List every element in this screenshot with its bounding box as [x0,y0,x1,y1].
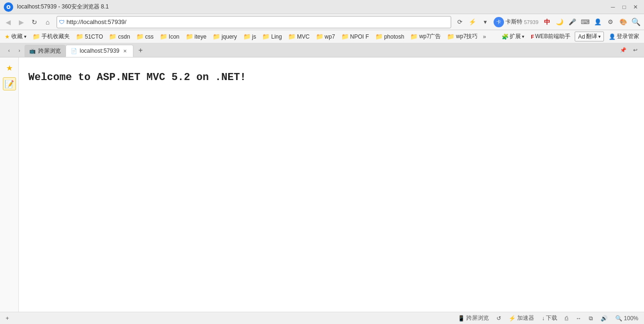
share-icon: ⎙ [565,315,568,322]
sidebar-note-button[interactable]: 📝 [3,77,16,90]
refresh-button[interactable]: ↻ [28,16,41,28]
mic-icon[interactable]: 🎤 [567,16,578,28]
status-left: + [4,315,11,322]
tab-localhost[interactable]: 📄 localhost:57939 ✕ [66,45,133,57]
paint-icon[interactable]: 🎨 [618,16,629,28]
bookmark-wp7[interactable]: 📁 wp7 [313,32,338,42]
folder-icon: 📁 [213,33,220,40]
user-avatar: 卡 [494,17,504,27]
sidebar-star-button[interactable]: ★ [3,61,16,74]
maximize-button[interactable]: □ [619,2,629,12]
tab-nav-next[interactable]: › [14,45,25,56]
folder-icon: 📁 [447,33,454,40]
person-icon[interactable]: 👤 [592,16,603,28]
favorites-label: 收藏 [11,32,23,40]
login-icon: 👤 [609,33,616,40]
keyboard-icon[interactable]: ⌨ [579,16,591,28]
split-icon: ⧉ [589,315,593,322]
bookmark-wp7tips[interactable]: 📁 wp7技巧 [444,32,480,42]
folder-icon: 📁 [316,33,323,40]
new-tab-button[interactable]: + [135,45,146,56]
bookmark-51cto[interactable]: 📁 51CTO [73,32,106,42]
download-icon: ↓ [542,315,545,322]
title-bar-left: localhost:57939 - 360安全浏览器 8.1 [4,2,109,12]
minimize-button[interactable]: ─ [608,2,618,12]
volume-icon: 🔊 [601,315,608,322]
navigation-bar: ◀ ▶ ↻ ⌂ 🛡 ⟳ ⚡ ▾ 卡 卡斯特 57939 中 🌙 🎤 ⌨ 👤 ⚙ … [0,14,644,30]
tab-nav-prev[interactable]: ‹ [4,45,14,56]
chinese-icon[interactable]: 中 [541,16,553,28]
gear-icon[interactable]: ⚙ [605,16,616,28]
web-helper-button[interactable]: F WEB前端助手 [528,32,573,41]
zoom-button[interactable]: 🔍 100% [613,315,640,322]
speed-label: 加速器 [517,314,534,322]
forward-button[interactable]: ▶ [15,16,27,28]
bookmark-label: csdn [118,33,130,40]
tab-close-button[interactable]: ✕ [122,48,128,54]
translate-button[interactable]: Ad 翻译 ▾ [575,32,604,41]
search-button[interactable]: 🔍 [630,16,642,28]
web-helper-icon: F [531,34,534,40]
bookmark-ling[interactable]: 📁 Ling [259,32,285,42]
bookmark-jquery[interactable]: 📁 jquery [210,32,240,42]
login-label: 登录管家 [617,32,639,40]
restore-button[interactable]: ↩ [630,45,640,56]
bookmark-npoi[interactable]: 📁 NPOI F [339,32,372,42]
login-button[interactable]: 👤 登录管家 [606,32,642,41]
back-button[interactable]: ◀ [2,16,14,28]
dropdown-arrow[interactable]: ▾ [479,16,491,28]
moon-icon[interactable]: 🌙 [554,16,565,28]
sidebar: ★ 📝 [0,57,19,312]
bookmark-label: 手机收藏夹 [41,32,70,40]
speed-button[interactable]: ⚡ 加速器 [507,314,536,322]
folder-icon: 📁 [33,33,40,40]
download-button[interactable]: ↓ 下载 [540,314,559,322]
bookmark-iteye[interactable]: 📁 iteye [183,32,209,42]
history-button[interactable]: ↔ [574,315,583,322]
title-bar: localhost:57939 - 360安全浏览器 8.1 ─ □ ✕ [0,0,644,14]
close-button[interactable]: ✕ [631,2,640,12]
extensions-icon: 🧩 [502,33,509,40]
bookmark-label: js [252,33,256,40]
extensions-button[interactable]: 🧩 扩展 ▾ [499,32,527,41]
bookmark-mvc[interactable]: 📁 MVC [285,32,313,42]
speed-icon: ⚡ [509,315,516,322]
bookmark-favorites[interactable]: ★ 收藏 ▾ [2,32,29,42]
bookmark-wp7ad[interactable]: 📁 wp7广告 [407,32,444,42]
folder-icon: 📁 [76,33,83,40]
tab-screen-view[interactable]: 📺 跨屏浏览 [25,45,66,57]
folder-icon: 📁 [375,33,383,40]
folder-icon: 📁 [288,33,296,40]
tab-bar: ‹ › 📺 跨屏浏览 📄 localhost:57939 ✕ + 📌 ↩ [0,43,644,57]
folder-icon: 📁 [160,33,167,40]
rotate-button[interactable]: ↺ [495,315,503,322]
tab-page-icon: 📄 [71,48,77,54]
username-suffix: 57939 [524,19,538,25]
toolbar-icons: 中 🌙 🎤 ⌨ 👤 ⚙ 🎨 [541,16,629,28]
share-button[interactable]: ⎙ [563,315,570,322]
refresh-icon-btn[interactable]: ⟳ [454,16,465,28]
status-add-button[interactable]: + [4,315,11,322]
bookmark-csdn[interactable]: 📁 csdn [106,32,132,42]
bookmark-icon[interactable]: 📁 Icon [157,32,182,42]
cross-screen-button[interactable]: 📱 跨屏浏览 [456,314,491,322]
bookmark-photosh[interactable]: 📁 photosh [372,32,407,42]
bookmark-css[interactable]: 📁 css [133,32,157,42]
pin-tab-button[interactable]: 📌 [618,45,628,56]
split-screen-button[interactable]: ⧉ [587,315,595,322]
volume-button[interactable]: 🔊 [599,315,610,322]
tab-label: localhost:57939 [80,48,119,54]
status-bar: + 📱 跨屏浏览 ↺ ⚡ 加速器 ↓ 下载 ⎙ ↔ ⧉ 🔊 [0,312,644,324]
home-button[interactable]: ⌂ [41,16,54,28]
bookmark-label: jquery [222,33,237,40]
address-bar-container: 🛡 [57,16,451,28]
translate-icon: Ad [578,33,585,40]
bookmark-js[interactable]: 📁 js [240,32,259,42]
bookmark-more-button[interactable]: » [481,32,488,41]
lightning-icon-btn[interactable]: ⚡ [467,16,478,28]
extensions-area: 🧩 扩展 ▾ F WEB前端助手 Ad 翻译 ▾ 👤 登录管家 [499,32,642,41]
zoom-label: 100% [624,315,638,322]
window-title: localhost:57939 - 360安全浏览器 8.1 [17,3,109,11]
address-input[interactable] [65,18,449,25]
bookmark-mobile[interactable]: 📁 手机收藏夹 [30,32,73,42]
